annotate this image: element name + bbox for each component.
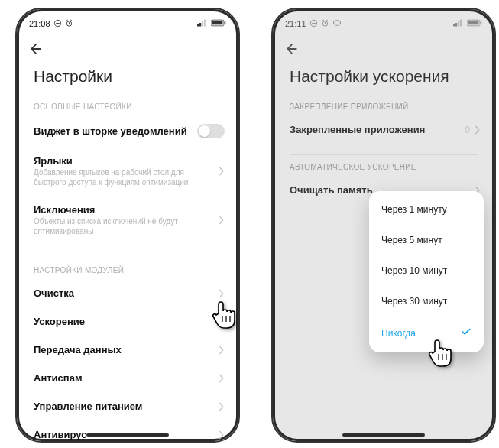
row-widget-toggle[interactable]: Виджет в шторке уведомлений xyxy=(17,115,238,147)
chevron-right-icon xyxy=(219,167,225,176)
dnd-icon xyxy=(53,19,62,29)
home-indicator[interactable] xyxy=(86,433,169,437)
svg-point-15 xyxy=(322,21,327,25)
row-exclusions[interactable]: Исключения Объекты из списка исключений … xyxy=(17,196,238,245)
battery-icon xyxy=(467,19,482,28)
status-time: 21:08 xyxy=(29,19,50,28)
svg-line-18 xyxy=(326,19,328,20)
svg-rect-8 xyxy=(202,21,203,27)
row-title: Закрепленные приложения xyxy=(290,124,465,135)
chevron-right-icon xyxy=(219,289,225,298)
row-shortcuts[interactable]: Ярлыки Добавление ярлыков на рабочий сто… xyxy=(17,147,238,196)
row-title: Ярлыки xyxy=(34,155,219,167)
svg-rect-12 xyxy=(225,21,226,24)
svg-line-4 xyxy=(66,19,67,20)
status-bar: 21:08 xyxy=(17,9,238,35)
vibrate-icon xyxy=(332,19,342,28)
battery-icon xyxy=(211,19,226,28)
section-header-pinned: ЗАКРЕПЛЕНИЕ ПРИЛОЖЕНИЙ xyxy=(273,95,494,115)
svg-line-17 xyxy=(322,19,323,20)
svg-rect-24 xyxy=(458,21,459,27)
chevron-right-icon xyxy=(219,402,225,411)
row-title: Очистка xyxy=(34,287,219,299)
row-cleaning[interactable]: Очистка xyxy=(17,279,238,307)
alarm-icon xyxy=(321,19,329,29)
row-data-transfer[interactable]: Передача данных xyxy=(17,336,238,364)
section-header-auto: АВТОМАТИЧЕСКОЕ УСКОРЕНИЕ xyxy=(273,155,494,176)
row-title: Виджет в шторке уведомлений xyxy=(34,125,197,137)
phone-right: 21:11 Настройки ускорения ЗАКРЕПЛЕНИ xyxy=(271,8,496,443)
status-bar: 21:11 xyxy=(273,9,494,35)
option-label: Никогда xyxy=(381,328,416,339)
row-antispam[interactable]: Антиспам xyxy=(17,364,238,392)
row-subtitle: Добавление ярлыков на рабочий стол для б… xyxy=(34,168,219,187)
row-value: 0 xyxy=(465,125,470,135)
option-label: Через 1 минуту xyxy=(381,204,447,215)
chevron-right-icon xyxy=(219,317,225,326)
popup-option-10min[interactable]: Через 10 минут xyxy=(369,255,484,286)
option-label: Через 10 минут xyxy=(381,265,447,276)
svg-rect-11 xyxy=(212,21,223,25)
svg-rect-6 xyxy=(197,24,199,27)
row-subtitle: Объекты из списка исключений не будут оп… xyxy=(34,217,219,236)
back-button[interactable] xyxy=(28,41,44,60)
row-title: Ускорение xyxy=(34,316,219,327)
popup-option-5min[interactable]: Через 5 минут xyxy=(369,225,484,255)
row-pinned-apps[interactable]: Закрепленные приложения 0 xyxy=(273,115,494,144)
row-title: Исключения xyxy=(34,204,219,216)
popup-option-30min[interactable]: Через 30 минут xyxy=(369,286,484,317)
signal-icon xyxy=(453,19,465,28)
svg-rect-9 xyxy=(204,20,206,27)
dropdown-popup: Через 1 минуту Через 5 минут Через 10 ми… xyxy=(369,191,484,352)
option-label: Через 30 минут xyxy=(381,296,447,307)
svg-rect-25 xyxy=(460,20,462,27)
back-button[interactable] xyxy=(284,41,300,60)
svg-rect-27 xyxy=(468,21,479,25)
phone-left: 21:08 Настройки ОСНОВНЫЕ НАСТРОЙКИ Видже… xyxy=(15,8,240,443)
chevron-right-icon xyxy=(219,430,225,440)
svg-rect-22 xyxy=(453,24,455,27)
chevron-right-icon xyxy=(219,374,225,383)
row-boost[interactable]: Ускорение xyxy=(17,307,238,336)
status-time: 21:11 xyxy=(285,19,306,28)
svg-rect-23 xyxy=(455,23,457,27)
home-indicator[interactable] xyxy=(342,433,425,437)
chevron-right-icon xyxy=(219,346,225,355)
toggle-switch[interactable] xyxy=(197,124,225,138)
svg-rect-28 xyxy=(481,21,482,24)
svg-rect-19 xyxy=(335,21,339,26)
page-title: Настройки ускорения xyxy=(273,66,494,95)
alarm-icon xyxy=(65,19,73,29)
page-title: Настройки xyxy=(17,66,238,95)
section-header-main: ОСНОВНЫЕ НАСТРОЙКИ xyxy=(17,95,238,115)
popup-option-1min[interactable]: Через 1 минуту xyxy=(369,194,484,225)
chevron-right-icon xyxy=(219,216,225,225)
check-icon xyxy=(461,326,471,339)
option-label: Через 5 минут xyxy=(381,235,442,245)
svg-rect-7 xyxy=(199,23,201,27)
row-power[interactable]: Управление питанием xyxy=(17,392,238,420)
chevron-right-icon xyxy=(475,125,481,135)
row-title: Передача данных xyxy=(34,344,219,355)
popup-option-never[interactable]: Никогда xyxy=(369,317,484,349)
svg-line-5 xyxy=(70,19,72,20)
svg-point-2 xyxy=(66,21,71,25)
signal-icon xyxy=(197,19,209,28)
row-title: Антиспам xyxy=(34,372,219,384)
dnd-icon xyxy=(309,19,318,29)
row-title: Управление питанием xyxy=(34,401,219,412)
section-header-modules: НАСТРОЙКИ МОДУЛЕЙ xyxy=(17,258,238,279)
row-antivirus[interactable]: Антивирус xyxy=(17,420,238,443)
